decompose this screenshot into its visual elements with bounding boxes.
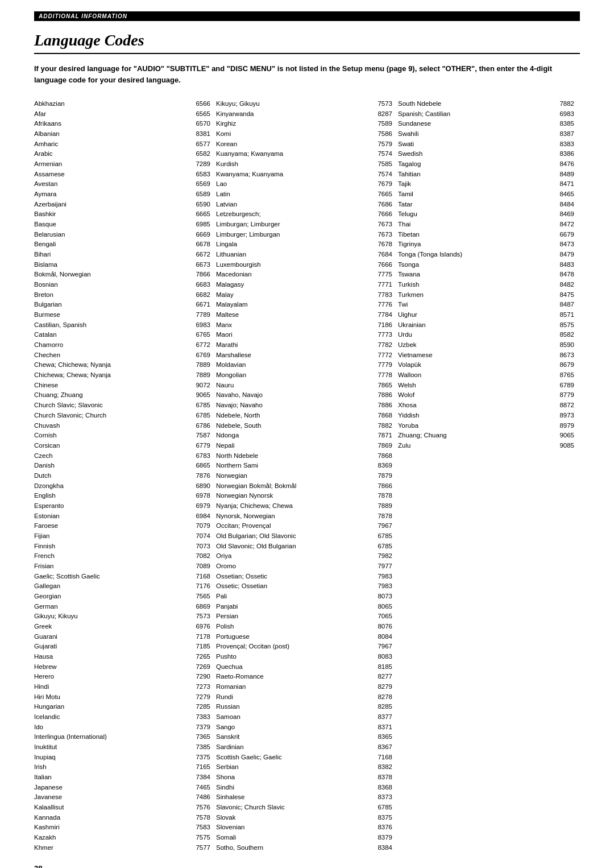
language-code: 7574 xyxy=(370,149,392,159)
list-item: Korean7579 xyxy=(216,139,392,149)
language-name: Welsh xyxy=(398,381,551,390)
language-name: Old Bulgarian; Old Slavonic xyxy=(216,531,370,541)
language-name: Provençal; Occitan (post) xyxy=(216,642,370,651)
language-name: German xyxy=(34,602,188,611)
list-item: Lingala7678 xyxy=(216,239,392,249)
language-name: Zhuang; Chuang xyxy=(398,431,551,440)
language-name: Latin xyxy=(216,189,370,199)
language-code: 7871 xyxy=(370,431,392,440)
language-name: Kurdish xyxy=(216,159,370,169)
language-code: 6678 xyxy=(188,239,210,249)
list-item: Gikuyu; Kikuyu7573 xyxy=(34,611,210,621)
language-name: Moldavian xyxy=(216,360,370,370)
language-name: Chechen xyxy=(34,350,188,360)
language-name: Albanian xyxy=(34,129,188,139)
language-code: 7771 xyxy=(370,280,392,290)
list-item: Kazakh7575 xyxy=(34,833,210,842)
list-item: Gujarati7185 xyxy=(34,642,210,651)
language-code: 7775 xyxy=(370,270,392,279)
language-name: Komi xyxy=(216,129,370,139)
list-item: Sundanese8385 xyxy=(398,119,574,129)
language-code: 7279 xyxy=(188,692,210,702)
list-item: Yoruba8979 xyxy=(398,421,574,431)
language-code: 7285 xyxy=(188,702,210,712)
language-name: Assamese xyxy=(34,170,188,179)
language-code: 8979 xyxy=(551,421,574,431)
column-3: South Ndebele7882Spanish; Castilian6983S… xyxy=(398,99,580,853)
list-item: Nyanja; Chichewa; Chewa7889 xyxy=(216,501,392,511)
language-name: Uzbek xyxy=(398,340,551,350)
language-name: Belarusian xyxy=(34,230,188,239)
list-item: Tibetan6679 xyxy=(398,230,574,239)
language-code: 8376 xyxy=(370,822,392,832)
language-name: Bulgarian xyxy=(34,300,188,309)
language-code: 9065 xyxy=(188,390,210,400)
language-name: Lithuanian xyxy=(216,250,370,259)
language-name: Afrikaans xyxy=(34,119,188,129)
language-name: Azerbaijani xyxy=(34,200,188,209)
list-item: Pushto8083 xyxy=(216,652,392,662)
list-item: Norwegian Nynorsk7878 xyxy=(216,491,392,501)
language-code: 7585 xyxy=(370,159,392,169)
language-code: 7384 xyxy=(188,772,210,782)
language-name: Nauru xyxy=(216,381,370,390)
language-name: Sotho, Southern xyxy=(216,843,370,853)
language-code: 7666 xyxy=(370,209,392,219)
language-code: 7983 xyxy=(370,581,392,591)
language-name: Chewa; Chichewa; Nyanja xyxy=(34,360,188,370)
language-code: 9072 xyxy=(188,381,210,390)
language-name: Chuang; Zhuang xyxy=(34,390,188,400)
language-name: Chuvash xyxy=(34,421,188,431)
language-name: Ossetic; Ossetian xyxy=(216,581,370,591)
list-item: Chinese9072 xyxy=(34,381,210,390)
language-name: Kashmiri xyxy=(34,822,188,832)
list-item: Maori7773 xyxy=(216,330,392,340)
intro-text: If your desired language for "AUDIO" "SU… xyxy=(34,63,580,85)
list-item: Scottish Gaelic; Gaelic7168 xyxy=(216,753,392,762)
language-code: 6679 xyxy=(551,230,574,239)
language-name: Khmer xyxy=(34,843,188,853)
language-name: Japanese xyxy=(34,783,188,792)
language-code: 8575 xyxy=(551,320,574,330)
language-name: Volapük xyxy=(398,360,551,370)
language-code: 7375 xyxy=(188,753,210,762)
language-name: Swati xyxy=(398,139,551,149)
list-item: Chamorro6772 xyxy=(34,340,210,350)
list-item: Somali8379 xyxy=(216,833,392,842)
language-code: 8673 xyxy=(551,350,574,360)
language-code: 6765 xyxy=(188,330,210,340)
language-code: 7587 xyxy=(188,431,210,440)
language-code: 7089 xyxy=(188,561,210,571)
language-name: Romanian xyxy=(216,682,370,692)
list-item: Nynorsk, Norwegian7878 xyxy=(216,511,392,521)
language-code: 7385 xyxy=(188,742,210,752)
list-item: Azerbaijani6590 xyxy=(34,200,210,209)
language-code: 7082 xyxy=(188,551,210,561)
list-item: Latvian7686 xyxy=(216,200,392,209)
list-item: Malagasy7771 xyxy=(216,280,392,290)
language-code: 7575 xyxy=(188,833,210,842)
list-item: Ido7379 xyxy=(34,722,210,732)
list-item: Catalan6765 xyxy=(34,330,210,340)
language-code: 8478 xyxy=(551,270,574,279)
language-code: 8471 xyxy=(551,179,574,189)
language-code: 7673 xyxy=(370,230,392,239)
top-bar: ADDITIONAL INFORMATION xyxy=(34,11,580,21)
language-code: 7772 xyxy=(370,350,392,360)
language-code: 8571 xyxy=(551,310,574,320)
list-item: Avestan6569 xyxy=(34,179,210,189)
language-code: 7573 xyxy=(188,611,210,621)
list-item: Hebrew7269 xyxy=(34,662,210,672)
language-name: Kinyarwanda xyxy=(216,109,370,119)
list-item: Italian7384 xyxy=(34,772,210,782)
language-code: 7273 xyxy=(188,682,210,692)
list-item: Manx7186 xyxy=(216,320,392,330)
language-code: 6665 xyxy=(188,209,210,219)
language-name: Kuanyama; Kwanyama xyxy=(216,149,370,159)
list-item: Bihari6672 xyxy=(34,250,210,259)
language-code: 8073 xyxy=(370,592,392,601)
language-name: Bosnian xyxy=(34,280,188,290)
language-code: 8872 xyxy=(551,400,574,410)
language-code: 8065 xyxy=(370,602,392,611)
language-name: Danish xyxy=(34,461,188,470)
